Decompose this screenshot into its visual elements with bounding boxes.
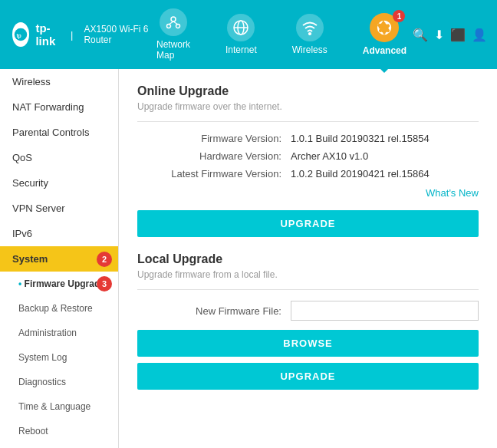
sidebar-item-backup-restore[interactable]: Backup & Restore	[0, 296, 118, 321]
firmware-step-badge: 3	[97, 276, 112, 292]
browse-button[interactable]: BROWSE	[137, 330, 479, 357]
nav-advanced[interactable]: 1 Advanced	[357, 10, 413, 59]
nav-internet-label: Internet	[225, 44, 257, 55]
user-icon[interactable]: 👤	[472, 28, 487, 42]
whats-new-link[interactable]: What's New	[426, 187, 479, 199]
display-icon[interactable]: ⬛	[450, 28, 466, 42]
nav-network-map-label: Network Map	[156, 39, 190, 61]
sidebar-item-vpn-server[interactable]: VPN Server	[0, 196, 118, 221]
system-step-badge: 2	[97, 252, 112, 267]
local-upgrade-button[interactable]: UPGRADE	[137, 363, 479, 390]
logo-divider: |	[71, 29, 73, 41]
sidebar-item-wireless[interactable]: Wireless	[0, 69, 118, 94]
latest-firmware-label: Latest Firmware Version:	[137, 168, 291, 180]
online-upgrade-divider	[137, 121, 479, 122]
sidebar-item-qos[interactable]: QoS	[0, 145, 118, 170]
latest-firmware-value: 1.0.2 Build 20190421 rel.15864	[291, 168, 430, 180]
online-upgrade-desc: Upgrade firmware over the internet.	[137, 101, 479, 112]
main-layout: Wireless NAT Forwarding Parental Control…	[0, 69, 497, 448]
svg-point-3	[167, 25, 171, 28]
content-area: Online Upgrade Upgrade firmware over the…	[119, 69, 497, 448]
svg-point-10	[309, 33, 311, 35]
firmware-version-value: 1.0.1 Build 20190321 rel.15854	[291, 133, 430, 144]
online-upgrade-title: Online Upgrade	[137, 84, 479, 98]
sidebar-item-administration[interactable]: Administration	[0, 321, 118, 345]
nav-wireless[interactable]: Wireless	[286, 11, 334, 58]
sidebar-item-security[interactable]: Security	[0, 170, 118, 196]
router-model: AX1500 Wi-Fi 6 Router	[84, 24, 150, 45]
latest-firmware-row: Latest Firmware Version: 1.0.2 Build 201…	[137, 168, 479, 180]
svg-point-11	[383, 25, 387, 30]
header-nav: Network Map Internet	[150, 5, 413, 64]
svg-line-6	[173, 21, 178, 25]
sidebar-item-reboot[interactable]: Reboot	[0, 419, 118, 443]
network-map-icon	[160, 8, 187, 36]
logo-area: tp tp-link | AX1500 Wi-Fi 6 Router	[12, 21, 150, 48]
online-upgrade-section: Online Upgrade Upgrade firmware over the…	[137, 84, 479, 237]
wireless-icon	[296, 14, 324, 41]
advanced-badge: 1	[370, 13, 399, 42]
advanced-badge-num: 1	[393, 10, 405, 22]
svg-point-4	[176, 25, 180, 28]
sidebar-item-time-language[interactable]: Time & Language	[0, 394, 118, 419]
header-icons: 🔍 ⬇ ⬛ 👤	[413, 28, 487, 42]
local-upgrade-divider	[137, 289, 479, 290]
firmware-file-label: New Firmware File:	[137, 305, 291, 317]
sidebar-item-ipv6[interactable]: IPv6	[0, 221, 118, 246]
firmware-file-input[interactable]	[291, 301, 479, 321]
sidebar-item-nat-forwarding[interactable]: NAT Forwarding	[0, 94, 118, 120]
sidebar-item-diagnostics[interactable]: Diagnostics	[0, 370, 118, 394]
whats-new-row: What's New	[137, 186, 479, 199]
header: tp tp-link | AX1500 Wi-Fi 6 Router Netwo…	[0, 0, 497, 69]
hardware-version-value: Archer AX10 v1.0	[291, 150, 368, 162]
svg-line-5	[169, 21, 173, 25]
logo-text: tp-link	[35, 21, 60, 48]
online-upgrade-button[interactable]: UPGRADE	[137, 210, 479, 237]
sidebar-item-system[interactable]: System 2	[0, 246, 118, 272]
local-upgrade-section: Local Upgrade Upgrade firmware from a lo…	[137, 252, 479, 390]
sidebar-item-firmware-upgrade[interactable]: Firmware Upgrade 3	[0, 272, 118, 296]
firmware-version-row: Firmware Version: 1.0.1 Build 20190321 r…	[137, 133, 479, 144]
internet-icon	[227, 14, 255, 41]
svg-point-2	[171, 17, 176, 21]
firmware-file-row: New Firmware File:	[137, 301, 479, 321]
nav-advanced-label: Advanced	[363, 45, 406, 56]
hardware-version-row: Hardware Version: Archer AX10 v1.0	[137, 150, 479, 162]
search-icon[interactable]: 🔍	[413, 28, 428, 42]
sidebar-item-led-control[interactable]: LED Control	[0, 443, 118, 448]
sidebar-item-system-log[interactable]: System Log	[0, 345, 118, 370]
download-icon[interactable]: ⬇	[434, 28, 444, 42]
logo-icon: tp	[12, 22, 29, 47]
firmware-version-label: Firmware Version:	[137, 133, 291, 144]
nav-network-map[interactable]: Network Map	[150, 5, 196, 64]
sidebar-item-parental-controls[interactable]: Parental Controls	[0, 120, 118, 145]
local-upgrade-desc: Upgrade firmware from a local file.	[137, 269, 479, 280]
svg-text:tp: tp	[17, 33, 21, 39]
nav-internet[interactable]: Internet	[219, 11, 263, 58]
hardware-version-label: Hardware Version:	[137, 150, 291, 162]
nav-wireless-label: Wireless	[292, 44, 327, 55]
local-upgrade-title: Local Upgrade	[137, 252, 479, 266]
sidebar: Wireless NAT Forwarding Parental Control…	[0, 69, 119, 448]
